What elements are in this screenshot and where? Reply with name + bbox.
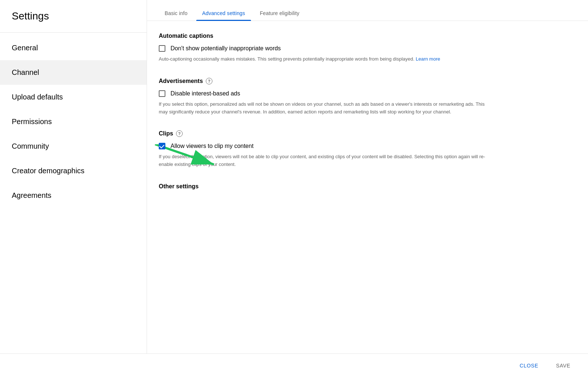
advertisements-checkbox-row: Disable interest-based ads bbox=[159, 90, 576, 97]
automatic-captions-checkbox-row: Don't show potentially inappropriate wor… bbox=[159, 45, 576, 52]
automatic-captions-label: Don't show potentially inappropriate wor… bbox=[171, 45, 281, 52]
tabs-bar: Basic info Advanced settings Feature eli… bbox=[147, 0, 588, 21]
sidebar-item-channel[interactable]: Channel bbox=[0, 60, 147, 85]
tab-feature-eligibility[interactable]: Feature eligibility bbox=[254, 6, 305, 21]
sidebar-nav: General Channel Upload defaults Permissi… bbox=[0, 33, 147, 208]
clips-section: Clips ? bbox=[159, 130, 576, 168]
automatic-captions-title: Automatic captions bbox=[159, 33, 576, 39]
clips-title: Clips ? bbox=[159, 130, 576, 137]
advertisements-help-icon[interactable]: ? bbox=[206, 78, 212, 84]
advertisements-description: If you select this option, personalized … bbox=[159, 101, 490, 116]
advertisements-section: Advertisements ? Disable interest-based … bbox=[159, 78, 576, 116]
tab-basic-info[interactable]: Basic info bbox=[159, 6, 193, 21]
sidebar-item-permissions[interactable]: Permissions bbox=[0, 109, 147, 134]
sidebar-item-creator-demographics[interactable]: Creator demographics bbox=[0, 159, 147, 183]
tab-advanced-settings[interactable]: Advanced settings bbox=[196, 6, 251, 21]
other-settings-title: Other settings bbox=[159, 183, 576, 190]
content-area: Basic info Advanced settings Feature eli… bbox=[147, 0, 588, 354]
sidebar-item-community[interactable]: Community bbox=[0, 134, 147, 159]
automatic-captions-section: Automatic captions Don't show potentiall… bbox=[159, 33, 576, 63]
clips-checkbox-row: Allow viewers to clip my content bbox=[159, 143, 576, 149]
content-scroll: Automatic captions Don't show potentiall… bbox=[147, 21, 588, 354]
sidebar: Settings General Channel Upload defaults… bbox=[0, 0, 147, 354]
clips-help-icon[interactable]: ? bbox=[176, 130, 183, 137]
advertisements-title: Advertisements ? bbox=[159, 78, 576, 84]
automatic-captions-learn-more[interactable]: Learn more bbox=[416, 56, 440, 62]
clips-label: Allow viewers to clip my content bbox=[171, 143, 254, 149]
automatic-captions-description: Auto-captioning occasionally makes mista… bbox=[159, 55, 490, 63]
sidebar-item-upload-defaults[interactable]: Upload defaults bbox=[0, 85, 147, 109]
clips-description: If you deselect this option, viewers wil… bbox=[159, 153, 490, 168]
advertisements-label: Disable interest-based ads bbox=[171, 90, 240, 97]
advertisements-checkbox[interactable] bbox=[159, 90, 165, 97]
automatic-captions-checkbox[interactable] bbox=[159, 45, 165, 52]
save-button[interactable]: SAVE bbox=[550, 359, 576, 372]
close-button[interactable]: CLOSE bbox=[514, 359, 544, 372]
sidebar-item-agreements[interactable]: Agreements bbox=[0, 183, 147, 208]
clips-checkbox[interactable] bbox=[159, 143, 165, 149]
other-settings-section: Other settings bbox=[159, 183, 576, 190]
sidebar-item-general[interactable]: General bbox=[0, 36, 147, 60]
page-title: Settings bbox=[0, 0, 147, 32]
footer: CLOSE SAVE bbox=[0, 354, 588, 377]
